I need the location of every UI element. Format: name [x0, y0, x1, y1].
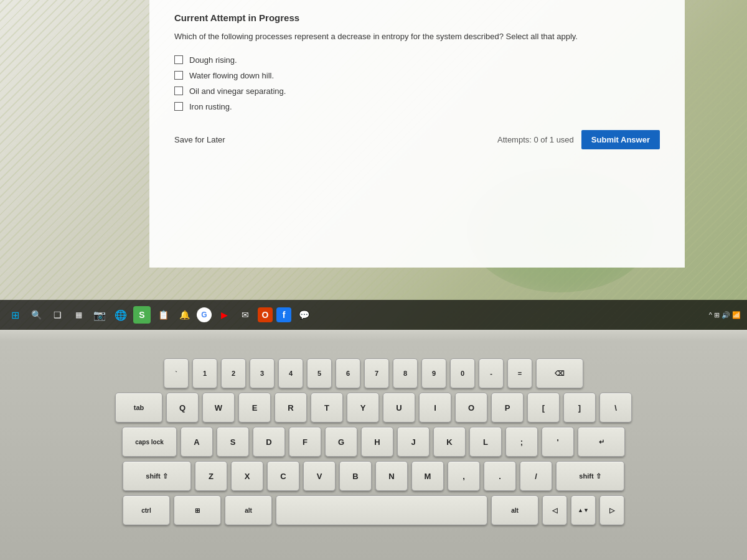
card-title: Current Attempt in Progress [174, 12, 660, 23]
key-8[interactable]: 8 [393, 358, 418, 388]
list-item[interactable]: Water flowing down hill. [174, 71, 660, 80]
key-i[interactable]: I [419, 393, 451, 422]
key-5[interactable]: 5 [307, 358, 332, 388]
key-equals[interactable]: = [507, 358, 532, 388]
key-slash[interactable]: / [520, 461, 552, 491]
bottom-row: ctrl ⊞ alt alt ◁ ▲▼ ▷ [62, 495, 685, 525]
keyboard-rows: ` 1 2 3 4 5 6 7 8 9 0 - = ⌫ tab Q W E R … [62, 358, 685, 525]
key-u[interactable]: U [383, 393, 415, 422]
windows-icon[interactable]: ⊞ [6, 306, 24, 324]
key-space[interactable] [276, 495, 487, 525]
asdf-row: caps lock A S D F G H J K L ; ' ↵ [62, 427, 685, 457]
key-capslock[interactable]: caps lock [122, 427, 177, 457]
taskbar-right-icons: ^ ⊞ 🔊 📶 [709, 311, 741, 319]
key-y[interactable]: Y [347, 393, 379, 422]
key-backtick[interactable]: ` [164, 358, 189, 388]
key-right-shift[interactable]: shift ⇧ [556, 461, 624, 491]
key-e[interactable]: E [238, 393, 271, 422]
list-item[interactable]: Iron rusting. [174, 102, 660, 111]
key-o[interactable]: O [455, 393, 487, 422]
key-m[interactable]: M [411, 461, 444, 491]
messenger-icon[interactable]: 💬 [295, 306, 312, 324]
edge-icon[interactable]: 🌐 [112, 306, 129, 324]
screen-area: Current Attempt in Progress Which of the… [0, 0, 747, 330]
o-icon[interactable]: O [258, 307, 273, 322]
google-icon[interactable]: G [197, 307, 212, 322]
notif-icon[interactable]: 🔔 [176, 306, 193, 324]
key-k[interactable]: K [433, 427, 466, 457]
key-s[interactable]: S [217, 427, 249, 457]
attempts-text: Attempts: 0 of 1 used [497, 135, 574, 144]
facebook-icon[interactable]: f [276, 307, 291, 322]
key-ctrl[interactable]: ctrl [123, 495, 170, 525]
key-9[interactable]: 9 [421, 358, 446, 388]
option-label-1: Dough rising. [189, 55, 237, 65]
key-period[interactable]: . [484, 461, 516, 491]
key-n[interactable]: N [375, 461, 408, 491]
checkbox-opt2[interactable] [174, 71, 183, 80]
key-b[interactable]: B [339, 461, 372, 491]
youtube-icon[interactable]: ▶ [215, 306, 233, 324]
key-right[interactable]: ▷ [599, 495, 624, 525]
key-w[interactable]: W [202, 393, 235, 422]
key-d[interactable]: D [253, 427, 285, 457]
key-4[interactable]: 4 [278, 358, 303, 388]
key-lbracket[interactable]: [ [527, 393, 560, 422]
key-alt[interactable]: alt [225, 495, 272, 525]
key-p[interactable]: P [491, 393, 524, 422]
keyboard-area: ` 1 2 3 4 5 6 7 8 9 0 - = ⌫ tab Q W E R … [0, 330, 747, 560]
checkbox-opt4[interactable] [174, 102, 183, 111]
key-3[interactable]: 3 [250, 358, 275, 388]
key-z[interactable]: Z [195, 461, 227, 491]
key-left-shift[interactable]: shift ⇧ [123, 461, 191, 491]
key-backspace[interactable]: ⌫ [536, 358, 583, 388]
key-left[interactable]: ◁ [542, 495, 567, 525]
checkbox-opt3[interactable] [174, 86, 183, 95]
key-f[interactable]: F [289, 427, 321, 457]
list-item[interactable]: Oil and vinegar separating. [174, 86, 660, 96]
task-view-icon[interactable]: ❑ [49, 306, 66, 324]
s-app-icon[interactable]: S [133, 306, 151, 324]
key-minus[interactable]: - [479, 358, 504, 388]
key-rbracket[interactable]: ] [563, 393, 596, 422]
key-t[interactable]: T [311, 393, 343, 422]
key-j[interactable]: J [397, 427, 430, 457]
save-later-button[interactable]: Save for Later [174, 135, 225, 144]
key-quote[interactable]: ' [542, 427, 574, 457]
key-up-down[interactable]: ▲▼ [571, 495, 596, 525]
key-comma[interactable]: , [448, 461, 480, 491]
key-tab[interactable]: tab [115, 393, 162, 422]
sticky-icon[interactable]: 📋 [154, 306, 172, 324]
key-6[interactable]: 6 [336, 358, 360, 388]
key-7[interactable]: 7 [364, 358, 389, 388]
meet-icon[interactable]: 📷 [91, 306, 108, 324]
zxcv-row: shift ⇧ Z X C V B N M , . / shift ⇧ [62, 461, 685, 491]
key-backslash[interactable]: \ [599, 393, 632, 422]
key-l[interactable]: L [469, 427, 502, 457]
key-semicolon[interactable]: ; [505, 427, 538, 457]
taskbar-right-area: ^ ⊞ 🔊 📶 [709, 311, 741, 319]
key-a[interactable]: A [181, 427, 213, 457]
key-alt-right[interactable]: alt [491, 495, 538, 525]
search-icon[interactable]: 🔍 [27, 306, 45, 324]
options-list: Dough rising. Water flowing down hill. O… [174, 55, 660, 111]
number-row: ` 1 2 3 4 5 6 7 8 9 0 - = ⌫ [62, 358, 685, 388]
key-0[interactable]: 0 [450, 358, 475, 388]
qwerty-row: tab Q W E R T Y U I O P [ ] \ [62, 393, 685, 422]
key-v[interactable]: V [303, 461, 336, 491]
submit-answer-button[interactable]: Submit Answer [581, 130, 660, 149]
key-1[interactable]: 1 [192, 358, 217, 388]
key-q[interactable]: Q [166, 393, 199, 422]
key-h[interactable]: H [361, 427, 393, 457]
list-item[interactable]: Dough rising. [174, 55, 660, 65]
key-r[interactable]: R [275, 393, 307, 422]
key-g[interactable]: G [325, 427, 357, 457]
widgets-icon[interactable]: ▦ [70, 306, 87, 324]
key-2[interactable]: 2 [221, 358, 246, 388]
mail-icon[interactable]: ✉ [237, 306, 254, 324]
key-windows[interactable]: ⊞ [174, 495, 221, 525]
key-enter[interactable]: ↵ [578, 427, 625, 457]
key-c[interactable]: C [267, 461, 299, 491]
key-x[interactable]: X [231, 461, 263, 491]
checkbox-opt1[interactable] [174, 55, 183, 64]
